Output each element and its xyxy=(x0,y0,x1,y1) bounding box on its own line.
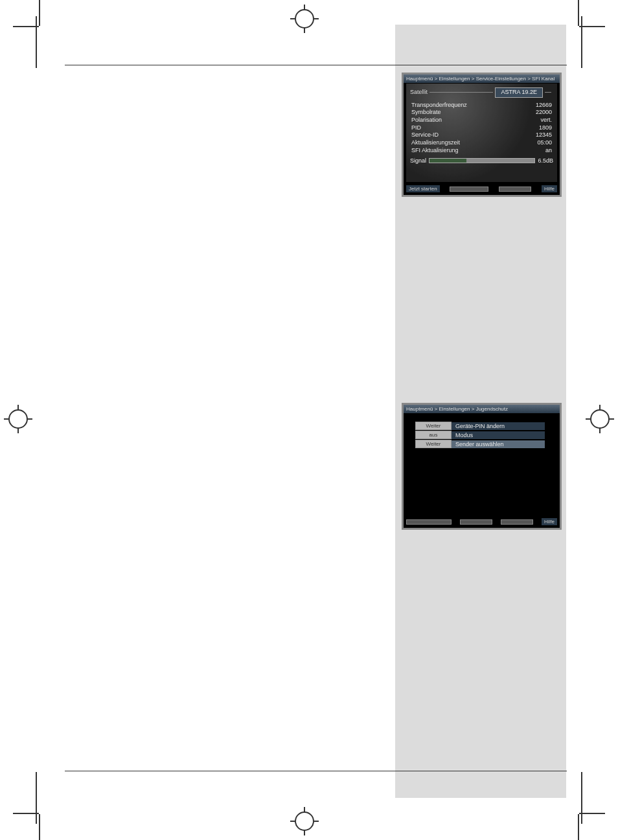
satellite-value: ASTRA 19.2E xyxy=(495,87,543,98)
satellite-label: Satellit xyxy=(410,89,428,96)
signal-row: Signal 6.5dB xyxy=(410,157,553,165)
signal-label: Signal xyxy=(410,157,426,165)
screenshot-sfi-kanal: Hauptmenü > Einstellungen > Service-Eins… xyxy=(402,73,562,197)
footer-hilfe: Hilfe xyxy=(542,518,557,525)
signal-value: 6.5dB xyxy=(538,157,553,165)
row-sfi-aktualisierung: SFI Aktualisierungan xyxy=(410,147,553,155)
footer-bar xyxy=(406,519,452,525)
footer-hilfe: Hilfe xyxy=(542,185,557,192)
footer-jetzt-starten: Jetzt starten xyxy=(406,185,440,192)
row-transponder: Transponderfrequenz12669 xyxy=(410,102,553,109)
breadcrumb: Hauptmenü > Einstellungen > Service-Eins… xyxy=(404,74,560,83)
footer-bar xyxy=(450,187,488,192)
menu-row-pin-aendern: Weiter Geräte-PIN ändern xyxy=(415,422,545,430)
menu-row-modus: aus Modus xyxy=(415,431,545,439)
footer-bar xyxy=(460,519,492,525)
row-pid: PID1809 xyxy=(410,124,553,132)
row-polarisation: Polarisationvert. xyxy=(410,117,553,124)
menu-row-sender-auswaehlen: Weiter Sender auswählen xyxy=(415,440,545,448)
breadcrumb: Hauptmenü > Einstellungen > Jugendschutz xyxy=(404,405,560,413)
footer-bar xyxy=(499,187,531,192)
footer-rule xyxy=(65,771,567,771)
row-symbolrate: Symbolrate22000 xyxy=(410,109,553,117)
row-aktualisierungszeit: Aktualisierungszeit05:00 xyxy=(410,139,553,147)
header-rule xyxy=(65,65,567,65)
signal-bar xyxy=(429,158,535,163)
footer-bar xyxy=(501,519,533,525)
screenshot-jugendschutz: Hauptmenü > Einstellungen > Jugendschutz… xyxy=(402,403,562,530)
row-service-id: Service-ID12345 xyxy=(410,131,553,139)
